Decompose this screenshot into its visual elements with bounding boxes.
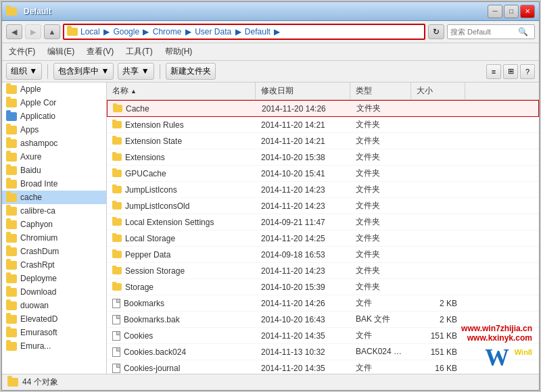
view-details-button[interactable]: ≡: [486, 64, 501, 79]
table-row[interactable]: Extension Rules2014-11-20 14:21文件夹: [107, 117, 539, 133]
file-list-header: 名称 ▲ 修改日期 类型 大小: [107, 82, 539, 100]
folder-icon: [6, 234, 17, 243]
sidebar-item[interactable]: Apple Cor: [2, 96, 106, 109]
sidebar-item[interactable]: ashampoc: [2, 137, 106, 150]
sidebar-item[interactable]: Axure: [2, 150, 106, 164]
sidebar-item[interactable]: Broad Inte: [2, 177, 106, 191]
menu-file[interactable]: 文件(F): [6, 45, 38, 59]
file-icon: [112, 347, 120, 357]
minimize-button[interactable]: ─: [488, 5, 502, 18]
library-button[interactable]: 包含到库中 ▼: [53, 63, 114, 80]
file-name-cell: Bookmarks: [107, 298, 256, 309]
path-segment-local[interactable]: Local: [80, 27, 100, 36]
file-size: 2 KB: [411, 314, 465, 325]
table-row[interactable]: GPUCache2014-10-20 15:41文件夹: [107, 166, 539, 182]
sidebar-item[interactable]: calibre-ca: [2, 204, 106, 218]
sidebar-item[interactable]: Caphyon: [2, 218, 106, 231]
menu-view[interactable]: 查看(V): [84, 45, 116, 59]
address-path-container[interactable]: Local ▶ Google ▶ Chrome ▶ User Data ▶ De…: [63, 24, 425, 40]
table-row[interactable]: Cookies2014-11-20 14:35文件151 KB: [107, 328, 539, 344]
file-name: Storage: [125, 283, 154, 292]
sidebar-item[interactable]: ElevatedD: [2, 312, 106, 326]
sidebar-item[interactable]: CrashRpt: [2, 258, 106, 272]
status-bar: 44 个对象: [2, 374, 539, 390]
path-segment-chrome[interactable]: Chrome: [153, 27, 182, 36]
sidebar-item-label: Emura...: [20, 341, 51, 351]
table-row[interactable]: Cookies-journal2014-11-20 14:35文件16 KB: [107, 360, 539, 374]
close-button[interactable]: ✕: [520, 5, 535, 18]
file-size: [411, 254, 465, 255]
file-type: 文件: [350, 329, 411, 342]
sidebar-item[interactable]: Applicatio: [2, 109, 106, 123]
maximize-button[interactable]: □: [504, 5, 519, 18]
file-size: [411, 238, 465, 239]
menu-edit[interactable]: 编辑(E): [45, 45, 77, 59]
col-header-date[interactable]: 修改日期: [256, 82, 350, 99]
table-row[interactable]: Extensions2014-10-20 15:38文件夹: [107, 149, 539, 166]
folder-icon: [6, 288, 17, 297]
file-name-cell: Bookmarks.bak: [107, 314, 256, 325]
view-tiles-button[interactable]: ⊞: [503, 64, 518, 79]
table-row[interactable]: JumpListIcons2014-11-20 14:23文件夹: [107, 182, 539, 198]
col-header-type[interactable]: 类型: [350, 82, 411, 99]
table-row[interactable]: Local Storage2014-11-20 14:25文件夹: [107, 230, 539, 247]
organize-button[interactable]: 组织 ▼: [6, 63, 42, 80]
forward-button[interactable]: ▶: [25, 24, 41, 39]
sidebar-item[interactable]: Chromium: [2, 231, 106, 245]
file-size: 151 KB: [411, 347, 465, 358]
file-size: [411, 173, 465, 174]
table-row[interactable]: Bookmarks.bak2014-10-20 16:43BAK 文件2 KB: [107, 312, 539, 328]
menu-tools[interactable]: 工具(T): [123, 45, 155, 59]
sidebar-item[interactable]: duowan: [2, 299, 106, 312]
table-row[interactable]: Extension State2014-11-20 14:21文件夹: [107, 133, 539, 149]
menu-help[interactable]: 帮助(H): [162, 45, 195, 59]
sidebar-item-label: Apple Cor: [20, 98, 56, 107]
help-button[interactable]: ?: [520, 64, 535, 79]
search-icon[interactable]: 🔍: [518, 27, 528, 36]
col-header-name[interactable]: 名称 ▲: [107, 82, 256, 99]
sidebar-item[interactable]: Emurasoft: [2, 326, 106, 339]
file-name-cell: Cookies.back024: [107, 347, 256, 358]
table-row[interactable]: JumpListIconsOld2014-11-20 14:23文件夹: [107, 198, 539, 214]
folder-icon: [112, 267, 122, 274]
file-date: 2014-10-20 15:41: [256, 168, 350, 179]
file-name-cell: Local Storage: [107, 233, 256, 244]
sidebar-item[interactable]: Emura...: [2, 339, 106, 353]
file-size: 151 KB: [411, 330, 465, 341]
path-segment-userdata[interactable]: User Data: [195, 27, 231, 36]
table-row[interactable]: Bookmarks2014-11-20 14:26文件2 KB: [107, 295, 539, 312]
toolbar: 组织 ▼ 包含到库中 ▼ 共享 ▼ 新建文件夹 ≡ ⊞ ?: [2, 61, 539, 82]
file-type: 文件: [350, 297, 411, 310]
folder-icon: [6, 180, 17, 189]
col-header-size[interactable]: 大小: [411, 82, 465, 99]
file-name: Cache: [126, 104, 149, 114]
share-button[interactable]: 共享 ▼: [118, 63, 154, 80]
table-row[interactable]: Pepper Data2014-09-18 16:53文件夹: [107, 247, 539, 263]
back-button[interactable]: ◀: [6, 24, 22, 39]
sidebar-item[interactable]: Baidu: [2, 164, 106, 177]
sidebar-item[interactable]: Apps: [2, 123, 106, 137]
table-row[interactable]: Storage2014-10-20 15:39文件夹: [107, 279, 539, 295]
table-row[interactable]: Cache2014-11-20 14:26文件夹: [107, 100, 539, 117]
up-button[interactable]: ▲: [44, 24, 60, 39]
sidebar-item[interactable]: Apple: [2, 82, 106, 96]
sidebar-item-label: duowan: [20, 301, 49, 310]
table-row[interactable]: Local Extension Settings2014-09-21 11:47…: [107, 214, 539, 230]
path-segment-google[interactable]: Google: [113, 27, 139, 36]
table-row[interactable]: Cookies.back0242014-11-13 10:32BACK024 文…: [107, 344, 539, 360]
title-buttons: ─ □ ✕: [488, 5, 535, 18]
file-date: 2014-09-21 11:47: [256, 217, 350, 228]
sidebar-item[interactable]: CrashDum: [2, 245, 106, 258]
file-list: Cache2014-11-20 14:26文件夹Extension Rules2…: [107, 100, 539, 374]
path-segment-default[interactable]: Default: [245, 27, 270, 36]
sidebar-item[interactable]: cache: [2, 191, 106, 204]
file-icon: [112, 315, 120, 324]
sidebar-item[interactable]: Deployme: [2, 272, 106, 285]
table-row[interactable]: Session Storage2014-11-20 14:23文件夹: [107, 263, 539, 279]
new-folder-button[interactable]: 新建文件夹: [166, 63, 216, 80]
refresh-button[interactable]: ↻: [428, 24, 444, 39]
sidebar-item[interactable]: Download: [2, 285, 106, 299]
folder-icon: [6, 153, 17, 162]
search-input[interactable]: [450, 28, 518, 36]
file-name-cell: GPUCache: [107, 168, 256, 179]
